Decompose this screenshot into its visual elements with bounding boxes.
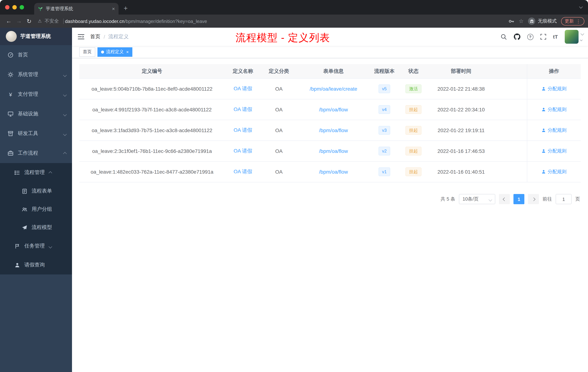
chevron-up-icon (64, 150, 66, 156)
tab-title: 芋道管理系统 (46, 6, 109, 12)
sidebar-item-infra[interactable]: 基础设施 (0, 104, 72, 124)
window-close-button[interactable] (5, 5, 10, 10)
form-link[interactable]: /bpm/oa/flow (319, 127, 348, 133)
back-button[interactable]: ← (4, 16, 14, 26)
table-header-row: 定义编号 定义名称 定义分类 表单信息 流程版本 状态 部署时间 操作 (79, 64, 581, 79)
tag-process-definition[interactable]: 流程定义 × (97, 47, 132, 57)
page-number-button[interactable]: 1 (514, 194, 524, 204)
form-link[interactable]: /bpm/oa/leave/create (310, 86, 357, 92)
assign-rule-button[interactable]: 分配规则 (541, 148, 567, 154)
definition-name-link[interactable]: OA 请假 (234, 86, 252, 91)
definition-name-link[interactable]: OA 请假 (234, 127, 252, 133)
browser-menu-icon[interactable]: ⋮ (576, 18, 581, 24)
password-key-icon[interactable] (508, 18, 514, 24)
paper-plane-icon (22, 225, 27, 230)
sidebar-item-process-management[interactable]: 流程管理 (0, 163, 72, 182)
definition-id: oa_leave:4:991f2193-7b7f-11ec-a3c8-acde4… (79, 107, 225, 112)
tab-close-icon[interactable]: × (112, 6, 115, 11)
security-label: 不安全 (45, 18, 59, 24)
user-menu[interactable] (565, 30, 582, 44)
assign-rule-button[interactable]: 分配规则 (541, 127, 567, 134)
column-header: 定义分类 (261, 68, 297, 75)
bookmark-star-icon[interactable]: ☆ (519, 18, 524, 24)
sidebar-item-payment[interactable]: ¥ 支付管理 (0, 85, 72, 104)
version-badge: v5 (378, 85, 390, 93)
sidebar-item-process-model[interactable]: 流程模型 (0, 219, 72, 237)
sidebar-item-label: 系统管理 (18, 71, 59, 78)
address-text[interactable]: dashboard.yudao.iocoder.cn/bpm/manager/d… (65, 18, 207, 24)
breadcrumb-home[interactable]: 首页 (90, 33, 100, 40)
sidebar-item-label: 研发工具 (18, 130, 59, 137)
tab-search-chevron-icon[interactable] (580, 3, 582, 10)
tag-close-icon[interactable]: × (126, 50, 129, 54)
font-size-icon[interactable]: tT (553, 34, 558, 40)
sidebar-item-user-group[interactable]: 用户分组 (0, 200, 72, 219)
assign-rule-button[interactable]: 分配规则 (541, 169, 567, 175)
monitor-icon (8, 111, 13, 117)
next-page-button[interactable] (528, 194, 539, 204)
page-unit: 页 (575, 196, 580, 202)
sidebar-item-system[interactable]: 系统管理 (0, 65, 72, 85)
window-controls (0, 5, 28, 15)
page-goto-input[interactable] (556, 194, 572, 204)
sidebar-item-leave-query[interactable]: 请假查询 (0, 255, 72, 274)
sidebar-item-process-form[interactable]: 流程表单 (0, 182, 72, 200)
table-row: oa_leave:4:991f2193-7b7f-11ec-a3c8-acde4… (79, 99, 581, 120)
page-size-select[interactable]: 10条/页 (459, 194, 495, 204)
window-zoom-button[interactable] (20, 5, 24, 10)
prev-page-button[interactable] (499, 194, 510, 204)
browser-tab[interactable]: 芋道管理系统 × (34, 3, 118, 15)
sidebar-item-devtools[interactable]: 研发工具 (0, 124, 72, 143)
pagination: 共 5 条 10条/页 1 前往 页 (79, 194, 581, 204)
list-icon (15, 170, 20, 175)
sidebar-item-workflow[interactable]: 工作流程 (0, 143, 72, 163)
tags-view: 首页 流程定义 × (72, 46, 588, 58)
form-link[interactable]: /bpm/oa/flow (319, 107, 348, 112)
forward-button[interactable]: → (14, 16, 24, 26)
assign-rule-label: 分配规则 (548, 127, 567, 134)
avatar[interactable] (565, 30, 578, 44)
status-badge: 挂起 (405, 167, 421, 176)
search-icon[interactable] (501, 34, 507, 40)
assign-rule-button[interactable]: 分配规则 (541, 86, 567, 92)
active-dot-icon (101, 50, 104, 53)
sidebar-item-label: 流程表单 (32, 188, 52, 194)
browser-update-button[interactable]: 更新 ⋮ (561, 17, 584, 25)
definition-category: OA (261, 107, 297, 112)
tag-home[interactable]: 首页 (79, 47, 95, 57)
form-link[interactable]: /bpm/oa/flow (319, 169, 348, 175)
version-badge: v1 (378, 167, 390, 176)
definition-name-link[interactable]: OA 请假 (234, 148, 252, 153)
toolbar-right: ☆ 无痕模式 更新 ⋮ (508, 17, 584, 25)
sidebar-logo[interactable]: 芋道管理系统 (0, 28, 72, 45)
help-icon[interactable]: ? (527, 34, 534, 40)
sidebar-item-label: 工作流程 (18, 150, 59, 156)
assign-rule-button[interactable]: 分配规则 (541, 106, 567, 113)
user-icon (541, 128, 546, 132)
users-icon (22, 207, 27, 212)
toolbar-collapse-chevron-icon[interactable] (581, 30, 584, 36)
sidebar-item-task-management[interactable]: 任务管理 (0, 237, 72, 255)
deploy-time: 2022-01-22 21:48:38 (428, 86, 494, 92)
sidebar-item-home[interactable]: 首页 (0, 45, 72, 65)
reload-button[interactable]: ↻ (24, 16, 34, 26)
sidebar: 芋道管理系统 首页 系统管理 ¥ 支付管理 基础设施 (0, 28, 72, 372)
github-icon[interactable] (514, 33, 520, 40)
definition-name-link[interactable]: OA 请假 (234, 169, 252, 174)
definition-name-link[interactable]: OA 请假 (234, 106, 252, 112)
fullscreen-icon[interactable] (540, 34, 546, 40)
security-chip[interactable]: ⚠ 不安全 (38, 18, 65, 24)
status-badge: 挂起 (405, 126, 421, 135)
chevron-down-icon (49, 243, 52, 249)
page-content: 定义编号 定义名称 定义分类 表单信息 流程版本 状态 部署时间 操作 oa_l… (72, 58, 588, 204)
window-minimize-button[interactable] (12, 5, 17, 10)
new-tab-button[interactable]: + (124, 4, 128, 12)
app-root: 芋道管理系统 首页 系统管理 ¥ 支付管理 基础设施 (0, 28, 588, 372)
column-header: 定义编号 (79, 68, 225, 75)
url-domain: dashboard.yudao.iocoder.cn (65, 18, 125, 24)
incognito-chip[interactable]: 无痕模式 (528, 17, 557, 25)
warning-icon: ⚠ (38, 19, 42, 24)
sidebar-toggle-button[interactable] (78, 34, 84, 40)
form-link[interactable]: /bpm/oa/flow (319, 148, 348, 154)
briefcase-icon (8, 150, 13, 156)
